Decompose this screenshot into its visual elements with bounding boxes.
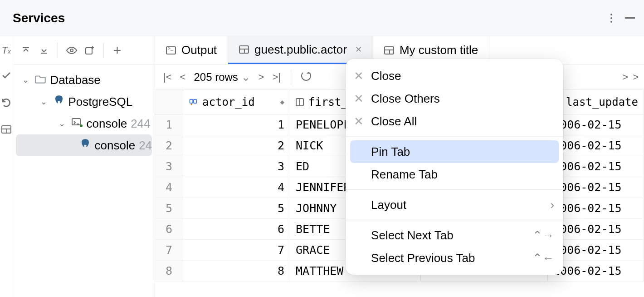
menu-layout[interactable]: Layout› [346, 193, 563, 216]
add-icon[interactable]: + [111, 44, 124, 57]
expand-up-icon[interactable] [20, 44, 32, 57]
cell-actor-id[interactable]: 2 [183, 135, 290, 156]
svg-point-6 [191, 104, 192, 105]
tree-item-console[interactable]: ⌄console244 [13, 113, 155, 134]
prev-page-icon[interactable]: < [180, 71, 186, 83]
left-rail: Tx [0, 36, 13, 297]
undo-icon[interactable] [1, 97, 12, 111]
menu-label: Select Next Tab [371, 228, 454, 243]
svg-rect-4 [190, 99, 193, 103]
next-page-icon[interactable]: > [259, 71, 264, 83]
tab-output[interactable]: Output [155, 36, 228, 64]
cell-actor-id[interactable]: 4 [183, 177, 290, 198]
gutter-head [155, 90, 183, 114]
col-actor-id[interactable]: actor_id ◆ [183, 90, 290, 114]
tx-icon[interactable]: Tx [2, 45, 11, 56]
row-number: 5 [155, 198, 183, 218]
tree-item-postgresql[interactable]: ⌄PostgreSQL [13, 91, 155, 113]
menu-select-next-tab[interactable]: Select Next Tab⌃→ [346, 224, 563, 247]
menu-label: Rename Tab [371, 168, 438, 182]
folder-icon [35, 73, 47, 87]
menu-separator [346, 220, 563, 220]
first-page-icon[interactable]: |< [163, 71, 172, 83]
cell-actor-id[interactable]: 5 [183, 198, 290, 218]
cell-actor-id[interactable]: 1 [183, 114, 290, 135]
shortcut: ⌃→ [532, 228, 554, 243]
minimize-icon[interactable] [625, 17, 635, 19]
menu-close-all[interactable]: ✕Close All [346, 110, 563, 133]
postgresql-icon [79, 138, 91, 153]
tree: ⌄Database⌄PostgreSQL⌄console244console24 [13, 64, 155, 156]
collapse-down-icon[interactable] [38, 44, 50, 57]
row-number: 4 [155, 177, 183, 198]
console-icon [71, 117, 83, 131]
shortcut: ⌃← [532, 251, 554, 265]
svg-rect-5 [194, 99, 197, 103]
count-badge: 24 [139, 139, 152, 153]
column-icon [296, 98, 304, 106]
menu-separator [346, 136, 563, 137]
close-icon[interactable]: ✕ [355, 45, 362, 54]
tab-label: guest.public.actor [254, 43, 347, 57]
main-area: Outputguest.public.actor✕My custom title… [155, 36, 644, 297]
cell-actor-id[interactable]: 6 [183, 219, 290, 239]
cell-actor-id[interactable]: 7 [183, 240, 290, 260]
col-label: actor_id [202, 96, 255, 109]
sort-icon[interactable]: ◆ [280, 98, 284, 106]
last-page-icon[interactable]: >| [272, 71, 281, 83]
sidebar-toolbar: + [13, 36, 155, 64]
chevron-down-icon[interactable]: ⌄ [59, 119, 68, 129]
menu-label: Layout [371, 198, 406, 212]
postgresql-icon [53, 94, 65, 109]
chevron-down-icon[interactable]: ⌄ [40, 97, 49, 107]
new-session-icon[interactable] [83, 44, 96, 57]
table-icon [239, 45, 249, 54]
chevron-down-icon[interactable]: ⌄ [22, 75, 31, 85]
row-number: 3 [155, 156, 183, 177]
count-badge: 244 [131, 117, 150, 131]
svg-rect-2 [72, 119, 80, 125]
tab-label: Output [181, 43, 217, 57]
menu-label: Close Others [371, 92, 440, 106]
scroll-right-icon[interactable]: > [622, 71, 628, 83]
key-icon [189, 97, 198, 108]
more-icon[interactable] [610, 14, 612, 23]
table-icon [384, 46, 394, 54]
menu-separator [346, 189, 563, 190]
menu-pin-tab[interactable]: Pin Tab [350, 140, 559, 163]
close-icon: ✕ [353, 69, 365, 83]
menu-close-others[interactable]: ✕Close Others [346, 87, 563, 110]
row-count[interactable]: 205 rows ⌄ [194, 71, 250, 84]
menu-close[interactable]: ✕Close [346, 64, 563, 87]
check-icon[interactable] [1, 70, 12, 84]
tree-label: PostgreSQL [68, 95, 133, 109]
output-icon [166, 46, 176, 54]
menu-select-previous-tab[interactable]: Select Previous Tab⌃← [346, 247, 563, 269]
cell-actor-id[interactable]: 8 [183, 261, 290, 281]
menu-label: Close All [371, 114, 417, 129]
tree-item-database[interactable]: ⌄Database [13, 69, 155, 91]
menu-rename-tab[interactable]: Rename Tab [346, 163, 563, 186]
eye-icon[interactable] [65, 44, 78, 57]
row-number: 7 [155, 240, 183, 260]
tree-label: console [95, 139, 136, 153]
chevron-right-icon: › [550, 198, 554, 212]
tree-item-console[interactable]: console24 [16, 134, 152, 156]
cell-actor-id[interactable]: 3 [183, 156, 290, 177]
panel-title: Services [13, 11, 65, 25]
layout-icon[interactable] [1, 124, 11, 136]
menu-label: Select Previous Tab [371, 251, 475, 265]
scroll-end-icon[interactable]: > [633, 71, 639, 83]
svg-rect-1 [86, 48, 92, 54]
panel-header: Services [0, 0, 644, 36]
svg-point-0 [70, 49, 73, 52]
menu-label: Close [371, 69, 401, 83]
row-number: 1 [155, 114, 183, 135]
sidebar: + ⌄Database⌄PostgreSQL⌄console244console… [13, 36, 156, 297]
panel-header-actions [610, 14, 635, 23]
menu-label: Pin Tab [371, 145, 410, 159]
col-label: last_update [566, 96, 638, 109]
svg-point-3 [80, 124, 83, 127]
refresh-icon[interactable] [301, 71, 311, 84]
close-icon: ✕ [353, 92, 365, 106]
